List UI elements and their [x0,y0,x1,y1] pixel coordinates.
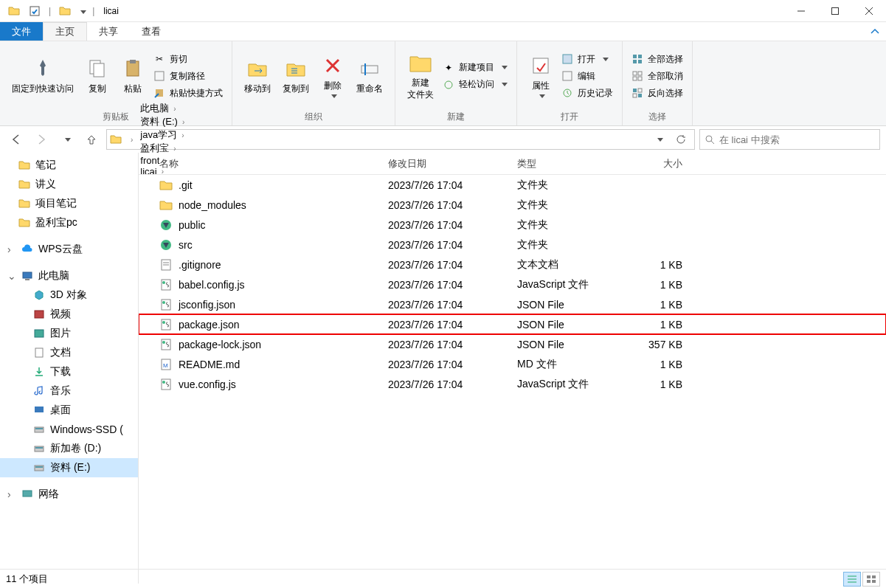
file-row[interactable]: public2023/7/26 17:04文件夹 [139,215,886,235]
search-input[interactable] [719,134,875,145]
nav-pc-item[interactable]: 新加卷 (D:) [0,439,138,458]
invert-icon [631,87,643,99]
copy-path-button[interactable]: 复制路径 [150,69,226,84]
file-row[interactable]: babel.config.js2023/7/26 17:04JavaScript… [139,274,886,294]
file-row[interactable]: node_modules2023/7/26 17:04文件夹 [139,195,886,215]
nav-pc-item[interactable]: 3D 对象 [0,286,138,305]
column-headers[interactable]: 名称 修改日期 类型 大小 [139,153,886,175]
file-row[interactable]: package-lock.json2023/7/26 17:04JSON Fil… [139,334,886,354]
view-large-button[interactable] [862,572,880,587]
new-item-button[interactable]: ✦新建项目 [440,60,511,75]
cut-button[interactable]: ✂剪切 [150,52,226,67]
crumb-dropdown[interactable] [648,129,669,150]
edit-button[interactable]: 编辑 [558,69,616,84]
qat-properties-icon[interactable] [27,3,43,19]
minimize-button[interactable] [784,0,818,22]
nav-pane[interactable]: 笔记讲义项目笔记盈利宝pc ›WPS云盘 ⌄此电脑 3D 对象视频图片文档下载音… [0,153,139,584]
file-row[interactable]: jsconfig.json2023/7/26 17:04JSON File1 K… [139,294,886,314]
folder-icon [18,216,31,229]
nav-wps[interactable]: ›WPS云盘 [0,240,138,259]
copy-to-button[interactable]: 复制到 [277,54,315,98]
paste-button[interactable]: 粘贴 [115,54,150,98]
move-to-button[interactable]: 移动到 [238,54,277,98]
refresh-button[interactable] [671,129,691,150]
col-size[interactable]: 大小 [622,157,688,170]
close-button[interactable] [852,0,886,22]
chevron-down-icon[interactable] [77,6,86,16]
nav-pc-item[interactable]: 桌面 [0,401,138,420]
tab-view[interactable]: 查看 [130,22,173,41]
nav-folder-item[interactable]: 项目笔记 [0,194,138,213]
pin-to-quickaccess-button[interactable]: 固定到快速访问 [6,54,80,98]
tab-share[interactable]: 共享 [87,22,130,41]
nav-this-pc[interactable]: ⌄此电脑 [0,266,138,286]
nav-pc-item[interactable]: Windows-SSD ( [0,420,138,439]
svg-rect-35 [25,279,30,280]
forward-button[interactable] [31,129,52,150]
paste-shortcut-button[interactable]: 粘贴快捷方式 [150,86,226,101]
tab-file[interactable]: 文件 [0,22,43,41]
col-date[interactable]: 修改日期 [382,157,511,170]
file-list[interactable]: 名称 修改日期 类型 大小 .git2023/7/26 17:04文件夹node… [139,153,886,584]
up-button[interactable] [81,129,102,150]
svg-point-55 [162,301,165,304]
breadcrumb-item[interactable]: 资料 (E:)› [137,115,187,128]
breadcrumb-item[interactable]: java学习› [137,128,187,142]
properties-button[interactable]: 属性 [523,51,558,102]
crumb-root-caret[interactable]: › [123,136,136,144]
md-icon: M [159,358,173,371]
nav-network[interactable]: ›网络 [0,485,138,504]
cut-icon: ✂ [153,53,165,65]
history-button[interactable]: 历史记录 [558,86,616,101]
col-name[interactable]: 名称 [139,157,382,170]
delete-button[interactable]: 删除 [315,51,350,102]
view-details-button[interactable] [843,572,861,587]
rename-button[interactable]: 重命名 [350,54,389,98]
breadcrumb[interactable]: › 此电脑›资料 (E:)›java学习›盈利宝›front›licai› [106,129,695,150]
file-row[interactable]: vue.config.js2023/7/26 17:04JavaScript 文… [139,374,886,394]
nav-pc-item[interactable]: 视频 [0,305,138,324]
ribbon-toggle-button[interactable] [864,22,886,41]
svg-rect-56 [162,319,170,330]
invert-selection-button[interactable]: 反向选择 [629,86,686,101]
open-icon [561,53,573,65]
nav-pc-item[interactable]: 下载 [0,362,138,381]
svg-rect-21 [638,55,642,58]
file-row[interactable]: .gitignore2023/7/26 17:04文本文档1 KB [139,255,886,274]
edit-icon [561,70,573,82]
drive-icon [32,308,46,321]
recent-dropdown[interactable] [56,129,77,150]
svg-rect-37 [35,330,44,337]
file-row[interactable]: .git2023/7/26 17:04文件夹 [139,175,886,195]
nav-pc-item[interactable]: 文档 [0,343,138,362]
qat-paste-icon[interactable] [57,3,73,19]
maximize-button[interactable] [818,0,852,22]
js-icon [159,338,173,351]
pin-icon [31,57,55,80]
open-button[interactable]: 打开 [558,52,616,67]
breadcrumb-item[interactable]: 此电脑› [137,102,187,115]
col-type[interactable]: 类型 [511,157,622,170]
nav-folder-item[interactable]: 讲义 [0,175,138,194]
file-row[interactable]: src2023/7/26 17:04文件夹 [139,235,886,255]
search-box[interactable] [699,129,880,150]
select-all-button[interactable]: 全部选择 [629,52,686,67]
file-row[interactable]: package.json2023/7/26 17:04JSON File1 KB [139,314,886,334]
new-folder-button[interactable]: 新建 文件夹 [401,48,440,103]
file-row[interactable]: MREADME.md2023/7/26 17:04MD 文件1 KB [139,354,886,374]
select-none-button[interactable]: 全部取消 [629,69,686,84]
nav-folder-item[interactable]: 盈利宝pc [0,213,138,232]
svg-rect-70 [872,580,876,583]
back-button[interactable] [6,129,27,150]
svg-rect-27 [638,77,642,80]
nav-pc-item[interactable]: 图片 [0,324,138,343]
js-icon [159,298,173,311]
nav-pc-item[interactable]: 资料 (E:) [0,458,138,477]
easy-access-button[interactable]: 轻松访问 [440,77,511,92]
copy-button[interactable]: 复制 [80,54,115,98]
drive-icon [32,404,46,417]
shortcut-icon [153,87,165,99]
tab-home[interactable]: 主页 [43,22,87,41]
nav-pc-item[interactable]: 音乐 [0,381,138,401]
nav-folder-item[interactable]: 笔记 [0,156,138,175]
